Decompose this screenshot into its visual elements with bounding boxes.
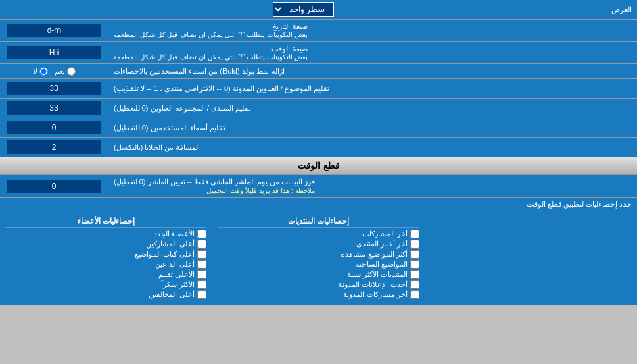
bold-yes-radio[interactable] [67,67,76,76]
stats-checkbox-announcements[interactable] [410,280,419,289]
stats-checkbox-forum-news[interactable] [410,240,419,249]
date-format-label: صيغة التاريخ بعض التكوينات يتطلب "/" الت… [108,20,637,41]
usernames-row: تقليم أسماء المستخدمين (0 للتعطيل) [0,118,637,138]
stats-member-item-5: الأعلى تقييم [5,270,206,279]
bold-yes-label: نعم [55,67,76,76]
stats-member-item-2: أعلى المشاركين [5,240,206,249]
stats-member-item-6: الأكثر شكراً [5,280,206,289]
apply-stats-row: حدد إحصاءليات لتطبيق قطع الوقت [0,198,637,211]
display-dropdown[interactable]: سطر واحد سطرين ثلاثة أسطر [273,2,334,17]
stats-members-col-title: إحصاءليات الأعضاء [5,215,206,228]
stats-member-item-7: أعلى المخالفين [5,290,206,299]
time-format-label: صيغة الوقت بعض التكوينات يتطلب "/" التي … [108,42,637,63]
cut-time-input-cell [0,175,108,197]
stats-item-1: آخر المشاركات [218,230,419,238]
stats-member-item-4: أعلى الداعين [5,260,206,269]
forum-group-input-cell [0,99,108,118]
spacing-row: المسافة بين الخلايا (بالبكسل) [0,138,637,157]
stats-checkbox-top-posters[interactable] [197,240,206,249]
page-title: العرض [606,0,637,19]
main-container: العرض سطر واحد سطرين ثلاثة أسطر صيغة الت… [0,0,637,305]
stats-checkbox-top-rated[interactable] [197,270,206,279]
stats-checkbox-most-thanked[interactable] [197,280,206,289]
stats-checkbox-new-members[interactable] [197,230,206,238]
display-dropdown-cell: سطر واحد سطرين ثلاثة أسطر [0,0,606,19]
stats-item-3: أكثر المواضيع مشاهدة [218,250,419,259]
date-format-row: صيغة التاريخ بعض التكوينات يتطلب "/" الت… [0,20,637,42]
stats-member-item-1: الأعضاء الجدد [5,230,206,238]
topics-input-cell [0,79,108,98]
spacing-input-cell [0,138,108,157]
stats-checkbox-hot-topics[interactable] [410,260,419,269]
stats-checkbox-last-posts[interactable] [410,230,419,238]
spacing-label: المسافة بين الخلايا (بالبكسل) [108,138,637,157]
usernames-label: تقليم أسماء المستخدمين (0 للتعطيل) [108,118,637,137]
stats-checkbox-top-inviters[interactable] [197,260,206,269]
stats-checkbox-top-authors[interactable] [197,250,206,259]
time-format-input[interactable] [7,46,101,59]
bold-label: ازالة نمط بولد (Bold) من اسماء المستخدمي… [108,64,637,78]
bold-radio-group: نعم لا [0,64,108,78]
stats-checkbox-blog-posts[interactable] [410,290,419,299]
stats-item-6: أحدث الإعلانات المدونة [218,280,419,289]
stats-item-4: المواضيع الساخنة [218,260,419,269]
time-format-row: صيغة الوقت بعض التكوينات يتطلب "/" التي … [0,42,637,64]
stats-empty-col [425,214,637,302]
forum-group-input[interactable] [7,101,101,115]
forum-group-row: تقليم المنتدى / المجموعة العناوين (0 للت… [0,99,637,118]
cut-time-row: فرز البيانات من يوم الماشر الماشي فقط --… [0,175,637,198]
stats-forum-col-title: إحصاءليات المنتديات [218,215,419,228]
stats-checkbox-similar-forums[interactable] [410,270,419,279]
bold-no-label: لا [33,67,48,76]
date-format-input-cell [0,20,108,41]
cut-time-input[interactable] [7,180,101,193]
title-row: العرض سطر واحد سطرين ثلاثة أسطر [0,0,637,20]
cut-time-label: فرز البيانات من يوم الماشر الماشي فقط --… [108,175,637,197]
stats-forum-col: إحصاءليات المنتديات آخر المشاركات آخر أخ… [212,214,425,302]
stats-member-item-3: أعلى كتاب المواضيع [5,250,206,259]
stats-item-7: أخر مشاركات المدونة [218,290,419,299]
topics-label: تقليم الموضوع / العناوين المدونة (0 -- ا… [108,79,637,98]
forum-group-label: تقليم المنتدى / المجموعة العناوين (0 للت… [108,99,637,118]
stats-checkbox-top-violators[interactable] [197,290,206,299]
apply-stats-label: حدد إحصاءليات لتطبيق قطع الوقت [5,200,632,209]
usernames-input[interactable] [7,121,101,134]
stats-checkboxes-section: إحصاءليات المنتديات آخر المشاركات آخر أخ… [0,211,637,305]
time-format-input-cell [0,42,108,63]
stats-item-5: المنتديات الأكثر شبية [218,270,419,279]
bold-row: ازالة نمط بولد (Bold) من اسماء المستخدمي… [0,64,637,79]
cut-time-section-header: قطع الوقت [0,157,637,175]
stats-item-2: آخر أخبار المنتدى [218,240,419,249]
stats-checkbox-most-viewed[interactable] [410,250,419,259]
bold-no-radio[interactable] [39,67,48,76]
usernames-input-cell [0,118,108,137]
topics-row: تقليم الموضوع / العناوين المدونة (0 -- ا… [0,79,637,99]
date-format-input[interactable] [7,24,101,37]
topics-input[interactable] [7,82,101,95]
stats-members-col: إحصاءليات الأعضاء الأعضاء الجدد أعلى الم… [0,214,212,302]
spacing-input[interactable] [7,140,101,154]
